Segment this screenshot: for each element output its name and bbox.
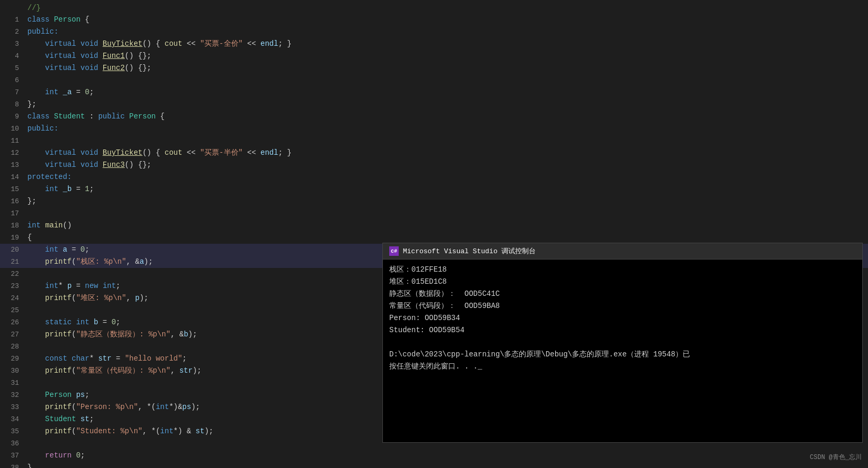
- code-line: 6: [0, 74, 868, 86]
- code-line: 9 class Student : public Person {: [0, 111, 868, 123]
- console-icon: c#: [389, 246, 399, 256]
- console-output-line: 按任意键关闭此窗口. . ._: [389, 361, 856, 373]
- console-titlebar: c# Microsoft Visual Studio 调试控制台: [383, 243, 862, 260]
- code-line: 8 };: [0, 98, 868, 111]
- console-output-line: Person: OOD59B34: [389, 312, 856, 324]
- code-line: 11: [0, 135, 868, 147]
- console-output-line: 常量区（代码段）： OOD59BA8: [389, 300, 856, 312]
- code-line: 1 class Person {: [0, 14, 868, 26]
- code-line: 5 virtual void Func2() {};: [0, 62, 868, 74]
- console-path-line: D:\code\2023\cpp-learning\多态的原理\Debug\多态…: [389, 348, 856, 361]
- code-line: 18 int main(): [0, 220, 868, 232]
- code-line: 37 return 0;: [0, 450, 868, 462]
- code-line: 7 int _a = 0;: [0, 86, 868, 98]
- code-line: //}: [0, 2, 868, 14]
- watermark: CSDN @青色_忘川: [810, 453, 862, 462]
- console-window: c# Microsoft Visual Studio 调试控制台 栈区：012F…: [382, 243, 863, 443]
- code-line: 19 {: [0, 232, 868, 244]
- code-line: 4 virtual void Func1() {};: [0, 50, 868, 62]
- code-line: 17: [0, 207, 868, 220]
- console-output-line: Student: OOD59B54: [389, 324, 856, 336]
- console-output-line: 栈区：012FFE18: [389, 264, 856, 276]
- console-output-line: [389, 336, 856, 348]
- code-line: 2 public:: [0, 26, 868, 38]
- code-line: 38 }: [0, 462, 868, 468]
- code-line: 14 protected:: [0, 171, 868, 183]
- code-line: 15 int _b = 1;: [0, 183, 868, 195]
- code-line: 3 virtual void BuyTicket() { cout << "买票…: [0, 38, 868, 50]
- console-body: 栈区：012FFE18 堆区：015ED1C8 静态区（数据段）： OOD5C4…: [383, 260, 862, 377]
- console-title: Microsoft Visual Studio 调试控制台: [403, 246, 536, 256]
- code-line: 16 };: [0, 195, 868, 207]
- console-output-line: 堆区：015ED1C8: [389, 276, 856, 288]
- console-output-line: 静态区（数据段）： OOD5C41C: [389, 288, 856, 300]
- code-line: 10 public:: [0, 123, 868, 135]
- code-line: 12 virtual void BuyTicket() { cout << "买…: [0, 147, 868, 159]
- code-line: 13 virtual void Func3() {};: [0, 159, 868, 171]
